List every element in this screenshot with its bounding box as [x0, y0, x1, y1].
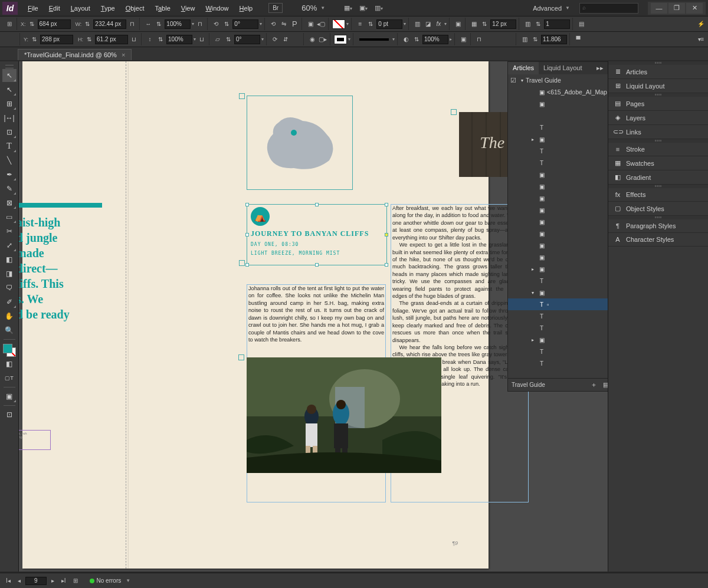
opacity-input[interactable]: 100%	[422, 35, 448, 44]
gap-input[interactable]: 12 px	[490, 19, 516, 29]
menu-help[interactable]: Help	[234, 2, 258, 14]
panel-layers[interactable]: ◈Layers	[608, 111, 708, 125]
bridge-button[interactable]: Br	[268, 3, 283, 13]
x-input[interactable]: 684 px	[38, 19, 71, 29]
p-icon[interactable]: P	[290, 19, 299, 29]
article-item[interactable]: ▣	[508, 98, 608, 110]
select-container-icon[interactable]: ▣	[306, 19, 315, 29]
article-item[interactable]: T	[508, 322, 608, 334]
window-restore-icon[interactable]: ❐	[668, 3, 685, 14]
article-item[interactable]: T	[508, 275, 608, 287]
panel-menu-icon[interactable]: ▾≡	[696, 35, 706, 44]
rotate-input[interactable]: 0°	[232, 19, 258, 29]
articles-tab[interactable]: Articles	[508, 62, 539, 74]
rectangle-frame-tool-icon[interactable]: ⊠	[2, 196, 17, 209]
w-input[interactable]: 232.44 px	[93, 19, 126, 29]
select-content-icon[interactable]: ◉	[307, 35, 317, 44]
screen-mode-icon[interactable]: ▣▾	[356, 2, 371, 14]
menu-layout[interactable]: Layout	[65, 2, 96, 14]
free-transform-tool-icon[interactable]: ⤢	[2, 239, 17, 252]
article-item[interactable]: T	[508, 121, 608, 133]
article-item[interactable]: ▣	[508, 251, 608, 263]
article-item[interactable]: T	[508, 145, 608, 157]
document-tab[interactable]: *TravelGuide_Final.indd @ 60%×	[18, 49, 132, 60]
stroke-style[interactable]	[359, 38, 389, 41]
stroke-weight-input[interactable]: 0 pt	[376, 19, 402, 29]
panel-swatches[interactable]: ▦Swatches	[608, 156, 708, 170]
close-tab-icon[interactable]: ×	[122, 51, 125, 58]
wrap-none-icon[interactable]: ▣	[453, 19, 463, 29]
fill-swatch[interactable]	[332, 19, 345, 29]
rectangle-tool-icon[interactable]: ▭	[2, 211, 17, 224]
drop-shadow-icon[interactable]: ◪	[423, 19, 432, 29]
window-minimize-icon[interactable]: ―	[651, 3, 667, 14]
open-pages-icon[interactable]: ⊞	[71, 576, 80, 585]
eyedropper-tool-icon[interactable]: ✐	[2, 295, 17, 308]
panel-links[interactable]: ⊂⊃Links	[608, 125, 708, 139]
scalex-input[interactable]: 100%	[165, 19, 191, 29]
stroke-swatch[interactable]	[334, 35, 347, 44]
note-tool-icon[interactable]: 🗨	[2, 281, 17, 294]
panel-liquid-layout[interactable]: ⊞Liquid Layout	[608, 79, 708, 93]
content-collector-tool-icon[interactable]: ⊡	[2, 126, 17, 139]
article-item[interactable]: ▸▣	[508, 334, 608, 346]
help-search-input[interactable]: ⌕	[579, 3, 638, 14]
article-item[interactable]: T	[508, 346, 608, 357]
panel-paragraph-styles[interactable]: ¶Paragraph Styles	[608, 219, 708, 233]
preflight-status[interactable]: No errors	[97, 577, 122, 584]
colgap-input[interactable]: 11.806	[541, 35, 567, 44]
panel-pages[interactable]: ▤Pages	[608, 97, 708, 111]
pen-tool-icon[interactable]: ✒	[2, 168, 17, 181]
map-frame[interactable]	[247, 96, 353, 190]
article-item[interactable]: T	[508, 157, 608, 169]
menu-type[interactable]: Type	[96, 2, 120, 14]
article-item[interactable]: T▫	[508, 298, 608, 310]
colgap-icon[interactable]: ▥	[520, 35, 529, 44]
menu-table[interactable]: Table	[149, 2, 175, 14]
menu-edit[interactable]: Edit	[44, 2, 65, 14]
direct-selection-tool-icon[interactable]: ↖	[2, 83, 17, 96]
panel-object-styles[interactable]: ▢Object Styles	[608, 202, 708, 216]
pencil-tool-icon[interactable]: ✎	[2, 182, 17, 195]
liquid-layout-tab[interactable]: Liquid Layout	[539, 62, 586, 74]
panel-stroke[interactable]: ≡Stroke	[608, 143, 708, 156]
page-input[interactable]: 9	[25, 577, 47, 585]
gap-tool-icon[interactable]: |↔|	[2, 111, 17, 124]
frame-grid-icon[interactable]: ▦	[469, 19, 478, 29]
wrap-bound-icon[interactable]: ▣	[458, 35, 468, 44]
workspace-switcher[interactable]: Advanced▼	[528, 4, 575, 13]
menu-window[interactable]: Window	[200, 2, 234, 14]
article-item[interactable]: ▸▣	[508, 133, 608, 145]
view-mode-normal-icon[interactable]: ▣	[2, 390, 17, 403]
align-left-icon[interactable]: ▤	[576, 19, 586, 29]
scaley-input[interactable]: 100%	[166, 35, 192, 44]
article-item[interactable]: T	[508, 357, 608, 369]
collapse-panel-icon[interactable]: ▸▸	[592, 62, 608, 74]
article-item[interactable]: ▣	[508, 216, 608, 228]
last-page-icon[interactable]: ▸I	[59, 576, 68, 585]
panel-articles[interactable]: ≣Articles	[608, 65, 708, 79]
effects-corner-icon[interactable]: ▥	[412, 19, 422, 29]
article-item[interactable]: ▣	[508, 192, 608, 204]
type-tool-icon[interactable]: T	[2, 140, 17, 153]
view-options-icon[interactable]: ▦▾	[340, 2, 356, 14]
new-article-button[interactable]: ▤	[603, 381, 608, 389]
article-item[interactable]: ▣	[508, 228, 608, 239]
arrange-docs-icon[interactable]: ▥▾	[371, 2, 386, 14]
menu-file[interactable]: File	[22, 2, 44, 14]
fill-stroke-swatch[interactable]	[3, 344, 16, 357]
next-page-icon[interactable]: ▸	[49, 576, 57, 585]
document-canvas[interactable]: aist-high d jungle made direct— liffs. T…	[19, 61, 608, 571]
first-page-icon[interactable]: I◂	[4, 576, 13, 585]
add-button[interactable]: ＋	[591, 380, 597, 389]
constrain-wh-icon[interactable]: ⊓	[127, 19, 137, 29]
zoom-level[interactable]: 60%▼	[298, 2, 329, 14]
constrain-scale-icon[interactable]: ⊓	[195, 19, 205, 29]
article-item[interactable]	[508, 110, 608, 121]
article-item[interactable]: ▾▣	[508, 287, 608, 298]
select-prev-icon[interactable]: ◂▢	[316, 19, 326, 29]
journey-heading-frame[interactable]: ⛺ JOURNEY TO BANYAN CLIFFS DAY ONE, 08:3…	[247, 204, 387, 265]
menu-view[interactable]: View	[176, 2, 201, 14]
article-root[interactable]: ☑▾Travel Guide▫	[508, 74, 608, 86]
hiking-photo-frame[interactable]	[247, 357, 441, 473]
